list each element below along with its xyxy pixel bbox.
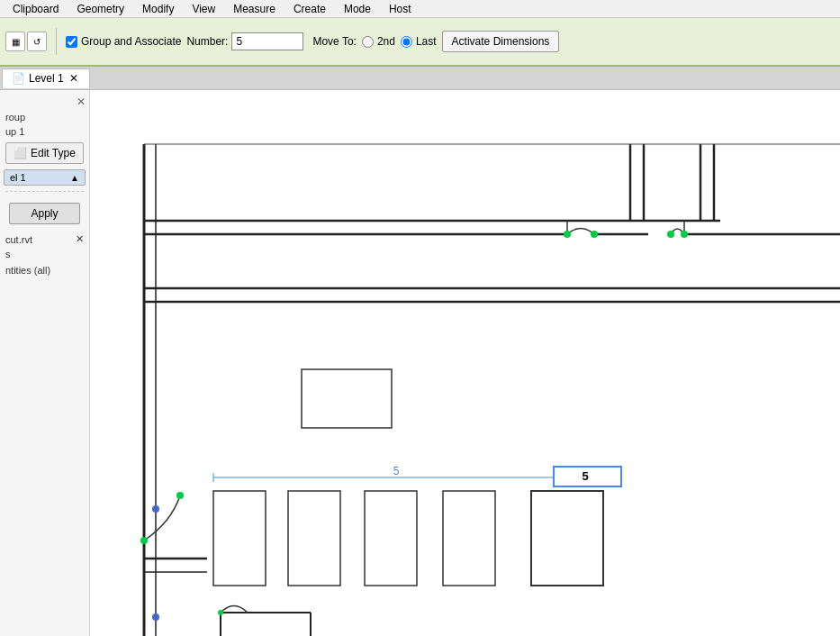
left-panel: ✕ roup up 1 ⬜ Edit Type el 1 ▲ Apply cut… bbox=[0, 90, 90, 636]
tab-label: Level 1 bbox=[29, 72, 64, 85]
menu-measure[interactable]: Measure bbox=[224, 1, 285, 17]
number-input[interactable] bbox=[231, 32, 303, 50]
svg-rect-25 bbox=[213, 491, 266, 586]
edit-type-label: Edit Type bbox=[31, 147, 76, 159]
close-icon: ✕ bbox=[69, 72, 78, 85]
menu-view[interactable]: View bbox=[183, 1, 224, 17]
menu-host[interactable]: Host bbox=[380, 1, 420, 17]
radio-2nd[interactable] bbox=[362, 36, 374, 48]
edit-type-button[interactable]: ⬜ Edit Type bbox=[5, 142, 84, 164]
canvas-area: 5 5 bbox=[90, 90, 840, 636]
number-label: Number: bbox=[186, 35, 228, 48]
ribbon-icons: ▦ ↺ bbox=[5, 32, 47, 51]
level-label: el 1 bbox=[10, 172, 26, 183]
svg-point-32 bbox=[176, 492, 184, 499]
group-type-item: up 1 bbox=[0, 124, 89, 139]
svg-rect-28 bbox=[443, 491, 495, 586]
radio-2nd-group: 2nd bbox=[362, 35, 395, 48]
svg-point-10 bbox=[564, 231, 571, 238]
svg-text:5: 5 bbox=[393, 465, 400, 477]
group-type-label: roup bbox=[0, 110, 89, 124]
s-label: s bbox=[0, 247, 89, 261]
svg-point-40 bbox=[218, 610, 223, 615]
file-close-icon[interactable]: ✕ bbox=[76, 233, 84, 245]
ribbon-separator-1 bbox=[56, 28, 57, 55]
edit-type-icon: ⬜ bbox=[14, 147, 27, 159]
group-associate-label: Group and Associate bbox=[81, 35, 181, 48]
tab-level1[interactable]: 📄 Level 1 ✕ bbox=[2, 68, 90, 88]
activate-dimensions-button[interactable]: Activate Dimensions bbox=[442, 31, 560, 52]
svg-rect-27 bbox=[365, 491, 417, 586]
radio-last-label: Last bbox=[416, 35, 437, 48]
group-associate-checkbox[interactable] bbox=[66, 36, 77, 48]
radio-last[interactable] bbox=[401, 36, 412, 48]
svg-rect-26 bbox=[288, 491, 340, 586]
radio-last-group: Last bbox=[401, 35, 437, 48]
group-associate-group: Group and Associate bbox=[66, 35, 181, 48]
menu-clipboard[interactable]: Clipboard bbox=[4, 1, 68, 17]
svg-point-11 bbox=[591, 231, 598, 238]
svg-point-33 bbox=[152, 505, 159, 513]
svg-rect-29 bbox=[531, 491, 603, 586]
svg-point-31 bbox=[140, 537, 148, 544]
svg-rect-18 bbox=[302, 369, 392, 428]
file-label: cut.rvt bbox=[5, 234, 32, 245]
menu-modify[interactable]: Modify bbox=[133, 1, 183, 17]
panel-close-row: ✕ bbox=[0, 94, 89, 110]
menu-mode[interactable]: Mode bbox=[335, 1, 380, 17]
entities-label: ntities (all) bbox=[0, 261, 89, 279]
ribbon-toolbar: ▦ ↺ Group and Associate Number: Move To:… bbox=[0, 18, 840, 67]
svg-text:5: 5 bbox=[582, 469, 588, 483]
level-arrow-icon[interactable]: ▲ bbox=[70, 173, 79, 183]
tab-close-button[interactable]: ✕ bbox=[68, 72, 80, 85]
number-group: Number: bbox=[186, 32, 303, 50]
radio-2nd-label: 2nd bbox=[377, 35, 395, 48]
icon-circle-arrow[interactable]: ↺ bbox=[27, 32, 47, 51]
panel-divider bbox=[5, 191, 84, 192]
apply-button[interactable]: Apply bbox=[9, 203, 80, 224]
drawing-svg: 5 5 bbox=[90, 90, 840, 636]
menu-bar: Clipboard Geometry Modify View Measure C… bbox=[0, 0, 840, 18]
icon-grid[interactable]: ▦ bbox=[5, 32, 25, 51]
moveto-group: Move To: 2nd Last bbox=[312, 35, 436, 48]
menu-geometry[interactable]: Geometry bbox=[68, 1, 133, 17]
svg-point-13 bbox=[681, 231, 688, 238]
tab-icon: 📄 bbox=[12, 72, 25, 85]
file-item: cut.rvt ✕ bbox=[0, 232, 89, 247]
svg-point-34 bbox=[152, 613, 159, 621]
moveto-label: Move To: bbox=[312, 35, 356, 48]
tab-bar: 📄 Level 1 ✕ bbox=[0, 67, 840, 90]
svg-point-12 bbox=[667, 231, 674, 238]
panel-close-button[interactable]: ✕ bbox=[77, 95, 86, 108]
main-layout: ✕ roup up 1 ⬜ Edit Type el 1 ▲ Apply cut… bbox=[0, 90, 840, 636]
menu-create[interactable]: Create bbox=[285, 1, 335, 17]
level-item[interactable]: el 1 ▲ bbox=[4, 169, 86, 186]
